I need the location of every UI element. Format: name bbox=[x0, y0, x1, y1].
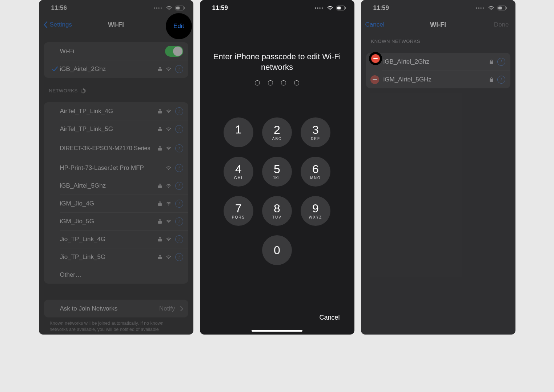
status-bar: 11:59 •••• bbox=[361, 0, 515, 16]
lock-icon bbox=[158, 219, 162, 224]
key-digit: 7 bbox=[235, 203, 242, 214]
network-name: Jio_TP_Link_5G bbox=[60, 253, 158, 261]
keypad-key-2[interactable]: 2ABC bbox=[262, 117, 292, 147]
ask-label: Ask to Join Networks bbox=[60, 305, 160, 312]
network-row[interactable]: AirTel_TP_Link_4Gi bbox=[44, 102, 188, 120]
network-row[interactable]: DIRECT-3K-EPSON-M2170 Seriesi bbox=[44, 138, 188, 159]
ask-to-join-row[interactable]: Ask to Join Networks Notify bbox=[44, 300, 188, 317]
svg-rect-9 bbox=[373, 58, 378, 59]
edit-button[interactable]: Edit bbox=[166, 13, 192, 39]
info-icon[interactable]: i bbox=[175, 200, 183, 208]
info-icon[interactable]: i bbox=[175, 65, 183, 73]
lock-icon bbox=[158, 127, 162, 132]
footnote: Known networks will be joined automatica… bbox=[50, 320, 182, 333]
cancel-button[interactable]: Cancel bbox=[319, 314, 340, 321]
status-time: 11:59 bbox=[373, 4, 389, 12]
network-row[interactable]: iGM_Jio_5Gi bbox=[44, 212, 188, 230]
done-button[interactable]: Done bbox=[494, 16, 509, 33]
pin-dot bbox=[268, 80, 273, 85]
key-letters: TUV bbox=[272, 216, 282, 219]
checkmark-icon bbox=[50, 67, 60, 72]
pin-dot bbox=[255, 80, 260, 85]
network-row[interactable]: iGM_Jio_4Gi bbox=[44, 195, 188, 212]
edit-label: Edit bbox=[173, 23, 184, 30]
known-networks-header: KNOWN NETWORKS bbox=[371, 39, 510, 44]
wifi-toggle-label: Wi-Fi bbox=[60, 48, 165, 55]
keypad-key-0[interactable]: 0 bbox=[262, 235, 292, 265]
info-icon[interactable]: i bbox=[175, 235, 183, 243]
other-network-row[interactable]: Other… bbox=[44, 266, 188, 284]
back-button[interactable]: Settings bbox=[43, 16, 72, 33]
svg-rect-7 bbox=[498, 7, 502, 9]
network-row[interactable]: HP-Print-73-LaserJet Pro MFPi bbox=[44, 159, 188, 177]
svg-rect-2 bbox=[184, 7, 185, 9]
info-icon[interactable]: i bbox=[175, 182, 183, 190]
network-name: iGM_Jio_5G bbox=[60, 218, 158, 225]
wifi-toggle[interactable] bbox=[165, 46, 183, 57]
network-row[interactable]: Jio_TP_Link_5Gi bbox=[44, 248, 188, 266]
keypad-key-8[interactable]: 8TUV bbox=[262, 196, 292, 226]
nav-title: Wi-Fi bbox=[108, 21, 124, 29]
network-name: iGM_Airtel_5GHz bbox=[384, 76, 489, 83]
wifi-strength-icon bbox=[166, 219, 172, 224]
keypad-key-3[interactable]: 3DEF bbox=[301, 117, 330, 147]
connected-network-row[interactable]: iGB_Airtel_2Ghz i bbox=[44, 60, 188, 78]
info-icon[interactable]: i bbox=[175, 217, 183, 225]
wifi-strength-icon bbox=[166, 67, 172, 71]
lock-icon bbox=[158, 146, 162, 151]
key-letters: ABC bbox=[272, 137, 282, 141]
keypad: 12ABC3DEF4GHI5JKL6MNO7PQRS8TUV9WXYZ0 bbox=[200, 117, 354, 265]
key-digit: 1 bbox=[235, 124, 242, 135]
battery-icon bbox=[497, 5, 507, 11]
networks-header: NETWORKS bbox=[49, 88, 188, 93]
ask-to-join-card: Ask to Join Networks Notify bbox=[44, 300, 188, 317]
key-digit: 9 bbox=[312, 203, 319, 214]
keypad-key-9[interactable]: 9WXYZ bbox=[301, 196, 330, 226]
ask-value: Notify bbox=[159, 305, 175, 312]
known-network-row[interactable]: iGB_Airtel_2Ghzi bbox=[366, 53, 510, 71]
svg-rect-4 bbox=[337, 7, 341, 9]
network-row[interactable]: AirTel_TP_Link_5Gi bbox=[44, 120, 188, 138]
nav-title: Wi-Fi bbox=[430, 21, 446, 29]
keypad-key-5[interactable]: 5JKL bbox=[262, 157, 292, 187]
wifi-toggle-row: Wi-Fi bbox=[44, 42, 188, 60]
svg-rect-5 bbox=[345, 7, 346, 9]
key-digit: 8 bbox=[274, 203, 280, 214]
info-icon[interactable]: i bbox=[175, 164, 183, 172]
passcode-prompt: Enter iPhone passcode to edit Wi-Fi netw… bbox=[200, 52, 354, 72]
network-name: Jio_TP_Link_4G bbox=[60, 236, 158, 243]
delete-network-button[interactable] bbox=[369, 52, 382, 65]
keypad-key-1[interactable]: 1 bbox=[224, 117, 253, 147]
delete-network-button[interactable] bbox=[370, 75, 379, 84]
network-row[interactable]: iGB_Airtel_5Ghzi bbox=[44, 177, 188, 195]
info-icon[interactable]: i bbox=[497, 76, 505, 84]
network-row[interactable]: Jio_TP_Link_4Gi bbox=[44, 230, 188, 248]
key-letters: WXYZ bbox=[309, 216, 322, 219]
info-icon[interactable]: i bbox=[175, 107, 183, 115]
network-name: iGM_Jio_4G bbox=[60, 200, 158, 207]
keypad-key-6[interactable]: 6MNO bbox=[301, 157, 330, 187]
status-bar: 11:56 •••• bbox=[39, 0, 193, 16]
status-time: 11:56 bbox=[51, 4, 67, 12]
known-network-row[interactable]: iGM_Airtel_5GHzi bbox=[366, 71, 510, 88]
info-icon[interactable]: i bbox=[497, 58, 505, 66]
home-indicator[interactable] bbox=[252, 330, 302, 332]
info-icon[interactable]: i bbox=[175, 253, 183, 261]
keypad-key-4[interactable]: 4GHI bbox=[224, 157, 253, 187]
spinner-icon bbox=[81, 88, 86, 93]
wifi-status-card: Wi-Fi iGB_Airtel_2Ghz i bbox=[44, 42, 188, 78]
network-name: iGB_Airtel_5Ghz bbox=[60, 182, 158, 189]
status-bar: 11:59 •••• bbox=[200, 0, 354, 16]
other-label: Other… bbox=[60, 271, 183, 279]
keypad-key-7[interactable]: 7PQRS bbox=[224, 196, 253, 226]
lock-icon bbox=[158, 255, 162, 260]
info-icon[interactable]: i bbox=[175, 125, 183, 133]
lock-icon bbox=[158, 67, 162, 72]
info-icon[interactable]: i bbox=[175, 144, 183, 152]
wifi-icon bbox=[327, 5, 333, 11]
cancel-button[interactable]: Cancel bbox=[365, 16, 385, 33]
pin-dots bbox=[200, 80, 354, 85]
lock-icon bbox=[158, 183, 162, 188]
key-digit: 4 bbox=[235, 163, 242, 175]
wifi-strength-icon bbox=[166, 146, 172, 151]
